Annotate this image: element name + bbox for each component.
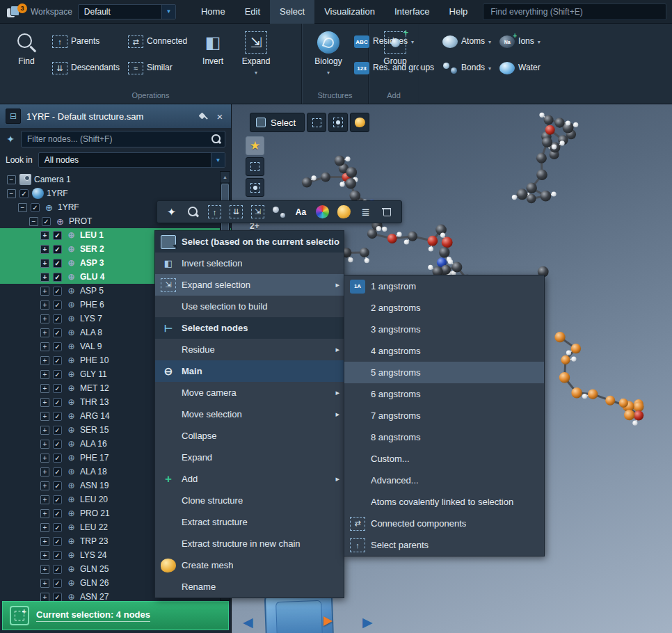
tree-expander[interactable]: + xyxy=(40,481,49,490)
submenu-item[interactable]: 6 angstroms xyxy=(344,383,544,405)
submenu-item[interactable]: 4 angstroms xyxy=(344,340,544,362)
tree-checkbox[interactable] xyxy=(53,412,62,421)
menu-tab[interactable]: Edit xyxy=(235,0,270,24)
tree-checkbox[interactable] xyxy=(53,440,62,449)
submenu-item[interactable]: Custom... xyxy=(344,448,544,470)
tree-checkbox[interactable] xyxy=(53,314,62,323)
ribbon-button[interactable]: Atoms xyxy=(440,31,493,53)
dropdown-caret-icon[interactable] xyxy=(538,39,541,45)
ribbon-button[interactable]: Ions xyxy=(497,31,543,53)
tree-expander[interactable]: + xyxy=(40,356,49,365)
context-menu-item[interactable]: Rename xyxy=(155,576,344,598)
ribbon-button[interactable]: Expand xyxy=(237,28,275,89)
expand-group-button[interactable] xyxy=(246,178,264,197)
floating-tool-button[interactable] xyxy=(312,202,333,221)
favorites-button[interactable] xyxy=(246,136,264,155)
tree-checkbox[interactable] xyxy=(53,328,62,337)
selection-status-button[interactable]: Current selection: 4 nodes xyxy=(2,601,229,630)
context-menu-item[interactable]: Residue xyxy=(155,339,344,360)
ribbon-button[interactable]: Find xyxy=(7,28,46,89)
tree-checkbox[interactable] xyxy=(53,481,62,490)
floating-tool-button[interactable] xyxy=(248,202,268,221)
tree-node[interactable]: − 1YRF xyxy=(0,186,231,200)
tree-checkbox[interactable] xyxy=(53,579,62,588)
menu-tab[interactable]: Visualization xyxy=(314,0,385,24)
menu-tab[interactable]: Select xyxy=(270,0,314,24)
submenu-item[interactable]: 2 angstroms xyxy=(344,297,544,319)
nav-previous-arrow[interactable] xyxy=(243,614,253,630)
submenu-item[interactable]: Select parents xyxy=(344,534,544,556)
tree-checkbox[interactable] xyxy=(53,467,62,476)
tree-node[interactable]: − Camera 1 xyxy=(0,173,231,186)
tree-checkbox[interactable] xyxy=(53,370,62,379)
ribbon-button[interactable]: Similar xyxy=(126,57,189,79)
close-icon[interactable] xyxy=(214,111,225,122)
submenu-item[interactable]: 8 angstroms xyxy=(344,426,544,448)
context-menu-item[interactable]: Expand xyxy=(155,447,344,468)
menu-tab[interactable]: Interface xyxy=(385,0,440,24)
submenu-item[interactable]: 1 angstrom xyxy=(344,275,544,297)
global-search-input[interactable] xyxy=(483,3,666,20)
context-menu-item[interactable]: Invert selection xyxy=(155,253,344,274)
floating-tool-button[interactable] xyxy=(269,202,289,221)
tree-expander[interactable]: + xyxy=(40,440,49,449)
context-menu-item[interactable]: Expand selection xyxy=(155,274,344,296)
tree-checkbox[interactable] xyxy=(53,565,62,574)
submenu-item[interactable]: 7 angstroms xyxy=(344,405,544,426)
group-selection-button[interactable] xyxy=(328,113,348,132)
menu-tab[interactable]: Help xyxy=(440,0,478,24)
tree-checkbox[interactable] xyxy=(53,523,62,532)
tree-expander[interactable]: − xyxy=(29,217,38,226)
notification-badge[interactable]: 3 xyxy=(17,3,27,13)
context-menu-item[interactable]: Extract structure xyxy=(155,511,344,533)
tree-expander[interactable]: − xyxy=(7,175,16,184)
tree-expander[interactable]: + xyxy=(40,593,49,602)
ribbon-button[interactable]: Connected xyxy=(126,31,189,53)
pin-icon[interactable] xyxy=(198,111,209,122)
tree-expander[interactable]: + xyxy=(40,328,49,337)
chevron-down-icon[interactable] xyxy=(161,5,175,19)
submenu-item[interactable]: 5 angstroms xyxy=(344,362,544,383)
ribbon-button[interactable]: Biology xyxy=(309,28,348,89)
tree-checkbox[interactable] xyxy=(53,342,62,351)
floating-tool-button[interactable] xyxy=(226,202,246,221)
tree-expander[interactable]: + xyxy=(40,314,49,323)
tree-expander[interactable]: + xyxy=(40,579,49,588)
tree-checkbox[interactable] xyxy=(53,301,62,310)
ribbon-button[interactable]: Bonds xyxy=(440,57,493,79)
tree-checkbox[interactable] xyxy=(53,384,62,393)
tree-expander[interactable]: + xyxy=(40,370,49,379)
tree-expander[interactable]: + xyxy=(40,231,49,240)
tree-expander[interactable]: + xyxy=(40,398,49,407)
node-specification-icon[interactable] xyxy=(4,134,17,145)
tree-expander[interactable]: + xyxy=(40,551,49,560)
tree-checkbox[interactable] xyxy=(53,245,62,254)
context-menu-item[interactable]: Clone structure xyxy=(155,490,344,511)
floating-tool-button[interactable] xyxy=(183,202,203,221)
tree-checkbox[interactable] xyxy=(42,217,51,226)
context-menu-item[interactable]: Add xyxy=(155,468,344,490)
tree-expander[interactable]: + xyxy=(40,565,49,574)
dropdown-caret-icon[interactable] xyxy=(255,70,257,76)
context-menu-item[interactable]: Select (based on the current selection) xyxy=(155,231,344,253)
look-in-dropdown[interactable]: All nodes xyxy=(38,152,225,168)
context-menu-item[interactable]: Collapse xyxy=(155,425,344,447)
tree-expander[interactable]: − xyxy=(7,189,16,198)
floating-tool-button[interactable] xyxy=(291,202,311,221)
workspace-dropdown[interactable]: Default xyxy=(78,4,176,19)
tree-checkbox[interactable] xyxy=(53,537,62,546)
tree-checkbox[interactable] xyxy=(53,454,62,463)
submenu-item[interactable]: Connected components xyxy=(344,513,544,534)
tree-checkbox[interactable] xyxy=(53,273,62,282)
chevron-down-icon[interactable] xyxy=(211,153,225,167)
ribbon-button[interactable]: Descendants xyxy=(50,57,122,79)
context-menu-item[interactable]: Use selection to build xyxy=(155,296,344,317)
tree-expander[interactable]: + xyxy=(40,301,49,310)
context-menu-item[interactable]: Selected nodes xyxy=(155,317,344,339)
tree-checkbox[interactable] xyxy=(53,509,62,518)
floating-tool-button[interactable] xyxy=(355,202,376,221)
tree-checkbox[interactable] xyxy=(53,593,62,602)
ribbon-button[interactable]: Group xyxy=(376,28,415,89)
tree-expander[interactable]: + xyxy=(40,245,49,254)
tree-expander[interactable]: + xyxy=(40,412,49,421)
